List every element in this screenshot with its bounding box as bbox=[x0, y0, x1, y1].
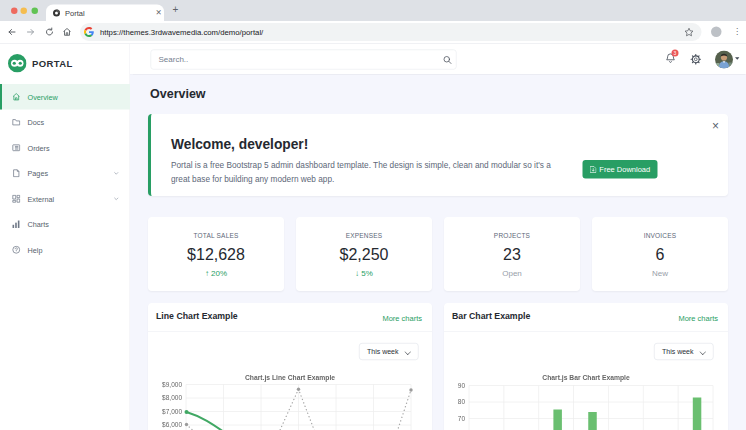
svg-text:80: 80 bbox=[458, 398, 466, 405]
svg-text:90: 90 bbox=[458, 382, 466, 389]
svg-text:Chart.js Line Chart Example: Chart.js Line Chart Example bbox=[245, 374, 335, 382]
svg-text:$8,000: $8,000 bbox=[162, 394, 182, 401]
svg-text:70: 70 bbox=[458, 415, 466, 422]
svg-text:Chart.js Bar Chart Example: Chart.js Bar Chart Example bbox=[542, 374, 630, 382]
svg-text:$7,000: $7,000 bbox=[162, 408, 182, 415]
svg-text:$6,000: $6,000 bbox=[162, 421, 182, 428]
svg-text:$9,000: $9,000 bbox=[162, 381, 182, 388]
